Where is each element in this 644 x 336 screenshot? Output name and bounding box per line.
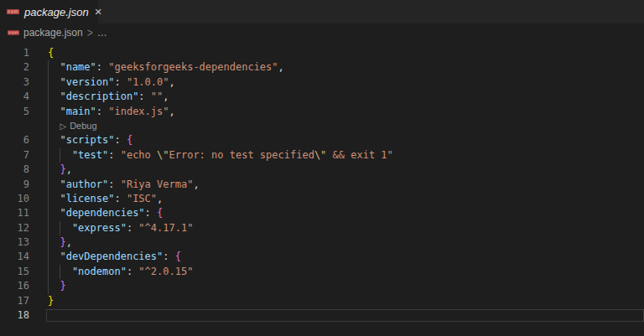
indent-guide [48, 133, 60, 147]
indent-guide [48, 163, 60, 177]
line-number[interactable]: 3 [0, 75, 40, 90]
code-line[interactable]: 6"scripts": { [0, 133, 644, 147]
code-line[interactable]: 1{ [0, 46, 644, 60]
code-token-key: "main" [60, 106, 96, 117]
line-number[interactable]: 2 [0, 60, 40, 75]
line-content[interactable]: } [40, 279, 644, 293]
code-line[interactable]: 16} [0, 279, 644, 293]
code-line[interactable]: 10"license": "ISC", [0, 192, 644, 206]
line-number[interactable]: 7 [0, 148, 40, 163]
line-content[interactable]: "main": "index.js", [40, 105, 644, 119]
current-line-highlight [46, 309, 644, 322]
line-number[interactable]: 6 [0, 133, 40, 147]
line-number[interactable]: 13 [0, 235, 40, 250]
line-number[interactable]: 5 [0, 105, 40, 119]
code-token-punct: , [169, 106, 175, 117]
line-number[interactable]: 12 [0, 221, 40, 235]
indent-guide [48, 75, 60, 90]
code-line[interactable]: 4"description": "", [0, 90, 644, 104]
code-line[interactable]: 9"author": "Riya Verma", [0, 178, 644, 192]
code-token-str: "echo [121, 149, 157, 161]
code-token-esc: \" [314, 149, 326, 161]
chevron-right-icon: > [87, 25, 93, 39]
line-content[interactable]: }, [40, 163, 644, 177]
code-editor[interactable]: 1{2"name": "geeksforgeeks-dependencies",… [0, 41, 644, 323]
line-content[interactable] [40, 308, 644, 323]
line-content[interactable]: "license": "ISC", [40, 192, 644, 206]
line-content[interactable]: "devDependencies": { [40, 250, 644, 264]
code-token-key: "author" [60, 178, 108, 190]
code-token-punct: : [114, 76, 126, 88]
line-content[interactable]: "express": "^4.17.1" [40, 221, 644, 235]
code-token-punct: , [169, 76, 175, 88]
code-line[interactable]: 5"main": "index.js", [0, 105, 644, 119]
code-token-key: "test" [72, 149, 108, 161]
indent-guide [48, 105, 60, 119]
tab-bar: package.json × [0, 0, 644, 23]
breadcrumb-item-more[interactable]: … [97, 27, 108, 39]
code-line[interactable]: 7"test": "echo \"Error: no test specifie… [0, 148, 644, 163]
code-token-punct: , [66, 236, 72, 248]
run-triangle-icon: ▷ [60, 121, 66, 131]
line-content[interactable]: } [40, 294, 644, 308]
code-line[interactable]: 13}, [0, 235, 644, 250]
code-token-punct: , [163, 90, 169, 102]
line-content[interactable]: { [40, 46, 644, 60]
line-content[interactable]: "test": "echo \"Error: no test specified… [40, 148, 644, 163]
code-line[interactable]: 12"express": "^4.17.1" [0, 221, 644, 235]
line-number[interactable]: 1 [0, 46, 40, 60]
code-token-str: "Riya Verma" [121, 178, 194, 190]
code-token-punct: : [127, 266, 138, 277]
indent-guide [48, 235, 60, 250]
editor-window: package.json × package.json > … 1{2"name… [0, 0, 644, 323]
code-line[interactable]: 15"nodemon": "^2.0.15" [0, 265, 644, 279]
code-line[interactable]: 17} [0, 294, 644, 308]
tab-title: package.json [24, 6, 89, 18]
code-token-b1: { [127, 134, 132, 146]
code-line[interactable]: 2"name": "geeksforgeeks-dependencies", [0, 60, 644, 75]
indent-guide [48, 148, 60, 163]
line-content[interactable]: "name": "geeksforgeeks-dependencies", [40, 60, 644, 75]
line-number[interactable]: 8 [0, 163, 40, 177]
line-number[interactable]: 15 [0, 265, 40, 279]
line-content[interactable]: "author": "Riya Verma", [40, 178, 644, 192]
line-number[interactable]: 4 [0, 90, 40, 104]
line-number[interactable]: 10 [0, 192, 40, 206]
line-content[interactable]: "description": "", [40, 90, 644, 104]
line-content[interactable]: }, [40, 235, 644, 250]
code-token-b1: { [175, 251, 181, 262]
line-number[interactable]: 14 [0, 250, 40, 264]
codelens-line[interactable]: ▷Debug [0, 119, 644, 133]
tab-package-json[interactable]: package.json × [0, 0, 98, 23]
line-number[interactable]: 16 [0, 279, 40, 293]
code-token-b0: { [48, 47, 54, 59]
code-line[interactable]: 11"dependencies": { [0, 206, 644, 220]
code-token-punct: , [66, 163, 72, 175]
debug-codelens[interactable]: ▷Debug [60, 121, 96, 131]
line-content[interactable]: "scripts": { [40, 133, 644, 147]
code-token-punct: : [96, 106, 108, 117]
code-line[interactable]: 14"devDependencies": { [0, 250, 644, 264]
npm-file-icon [7, 8, 19, 15]
indent-guide [48, 250, 60, 264]
code-line[interactable]: 8}, [0, 163, 644, 177]
breadcrumb-item-file[interactable]: package.json [23, 27, 83, 39]
code-token-punct: : [163, 251, 174, 262]
line-content[interactable]: "dependencies": { [40, 206, 644, 220]
code-token-str: "^2.0.15" [138, 266, 193, 277]
line-content[interactable]: ▷Debug [40, 119, 644, 133]
line-content[interactable]: "version": "1.0.0", [40, 75, 644, 90]
code-line[interactable]: 18 [0, 308, 644, 323]
code-token-str: "ISC" [127, 193, 157, 204]
line-number [0, 119, 40, 133]
line-content[interactable]: "nodemon": "^2.0.15" [40, 265, 644, 279]
close-icon[interactable]: × [94, 6, 103, 18]
line-number[interactable]: 17 [0, 294, 40, 308]
line-number[interactable]: 9 [0, 178, 40, 192]
code-token-b1: } [60, 280, 65, 292]
line-number[interactable]: 18 [0, 308, 40, 323]
code-line[interactable]: 3"version": "1.0.0", [0, 75, 644, 90]
indent-guide [48, 119, 60, 133]
line-number[interactable]: 11 [0, 206, 40, 220]
indent-guide [60, 221, 71, 235]
